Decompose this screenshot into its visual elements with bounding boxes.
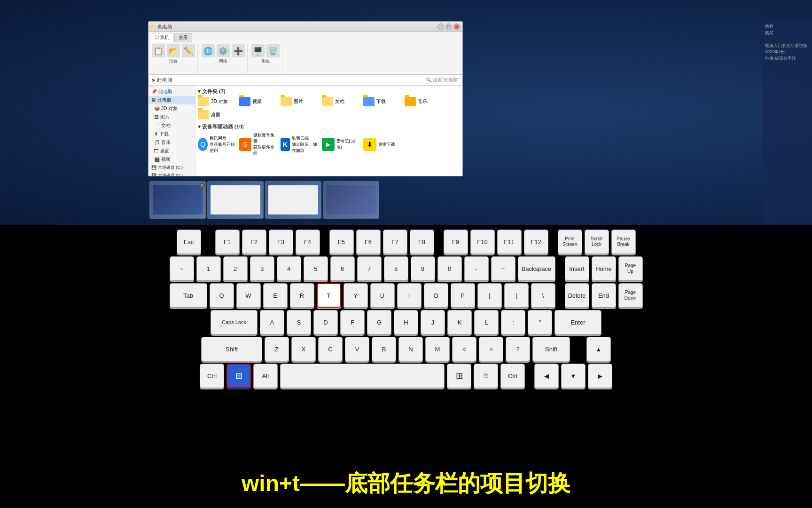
- key-z[interactable]: Z: [265, 337, 289, 361]
- key-h[interactable]: H: [394, 310, 418, 334]
- key-f8[interactable]: F8: [410, 230, 434, 254]
- key-quote[interactable]: ": [528, 310, 552, 334]
- sidebar-item-music[interactable]: 🎵 音乐: [148, 138, 195, 147]
- key-5[interactable]: 5: [304, 256, 328, 281]
- thumbnail-2[interactable]: [207, 181, 264, 219]
- key-d[interactable]: D: [313, 310, 338, 334]
- device-video[interactable]: ▶ 爱奇艺(32位): [322, 132, 359, 157]
- key-menu[interactable]: ☰: [474, 364, 498, 388]
- key-delete[interactable]: Delete: [565, 283, 589, 308]
- key-f[interactable]: F: [340, 310, 365, 334]
- ribbon-tab-computer[interactable]: 计算机: [151, 33, 173, 42]
- sidebar-item-docs[interactable]: 📄 文档: [148, 121, 195, 130]
- key-left[interactable]: ◀: [534, 364, 559, 388]
- key-f4[interactable]: F4: [296, 230, 320, 254]
- uninstall-icon[interactable]: 🗑️: [266, 44, 280, 57]
- key-t[interactable]: T: [317, 283, 341, 308]
- folder-videos[interactable]: 视频: [239, 97, 277, 106]
- key-l[interactable]: L: [474, 310, 499, 334]
- key-rwin[interactable]: ⊞: [447, 364, 471, 388]
- key-f6[interactable]: F6: [356, 230, 381, 254]
- add-icon[interactable]: ➕: [232, 44, 245, 57]
- device-qq[interactable]: Q 腾讯网盘登录账号开始使用: [198, 132, 235, 157]
- minimize-button[interactable]: ─: [437, 24, 444, 30]
- key-m[interactable]: M: [425, 337, 450, 361]
- key-lalt[interactable]: Alt: [253, 364, 278, 388]
- key-backslash[interactable]: \: [531, 283, 555, 308]
- key-up[interactable]: ▲: [586, 337, 611, 361]
- key-f10[interactable]: F10: [470, 230, 495, 254]
- key-down[interactable]: ▼: [561, 364, 586, 388]
- key-tab[interactable]: Tab: [170, 283, 207, 308]
- ribbon-tab-view[interactable]: 查看: [174, 33, 192, 42]
- key-e[interactable]: E: [263, 283, 288, 308]
- key-minus[interactable]: -: [464, 256, 489, 281]
- key-3[interactable]: 3: [250, 256, 274, 281]
- key-capslock[interactable]: Caps Lock: [211, 310, 258, 334]
- sidebar-item-downloads[interactable]: ⬇ 下载: [148, 130, 195, 138]
- sidebar-item-local-c[interactable]: 💾 本地磁盘 (C:): [148, 164, 195, 172]
- key-pagedown[interactable]: PageDown: [618, 283, 643, 308]
- key-f2[interactable]: F2: [242, 230, 266, 254]
- properties-icon[interactable]: 📋: [152, 44, 165, 57]
- key-f9[interactable]: F9: [444, 230, 468, 254]
- key-tilde[interactable]: ~: [170, 256, 194, 281]
- key-r[interactable]: R: [290, 283, 314, 308]
- key-8[interactable]: 8: [384, 256, 408, 281]
- key-space[interactable]: [280, 364, 445, 388]
- key-9[interactable]: 9: [411, 256, 435, 281]
- key-1[interactable]: 1: [196, 256, 221, 281]
- key-b[interactable]: B: [372, 337, 396, 361]
- key-prtsc[interactable]: PrintScreen: [558, 230, 582, 254]
- sidebar-item-this-pc[interactable]: 🖥 此电脑: [148, 96, 195, 104]
- key-n[interactable]: N: [398, 337, 423, 361]
- key-f1[interactable]: F1: [215, 230, 240, 254]
- key-rctrl[interactable]: Ctrl: [500, 364, 525, 388]
- key-w[interactable]: W: [236, 283, 261, 308]
- system-icon[interactable]: 🖥️: [251, 44, 265, 57]
- folder-3d-objects[interactable]: 3D 对象: [198, 97, 235, 106]
- search-box[interactable]: 🔍 搜索"此电脑": [426, 77, 460, 83]
- key-v[interactable]: V: [345, 337, 369, 361]
- key-gt[interactable]: >: [479, 337, 503, 361]
- key-k[interactable]: K: [447, 310, 472, 334]
- key-rshift[interactable]: Shift: [532, 337, 570, 361]
- key-7[interactable]: 7: [357, 256, 382, 281]
- open-icon[interactable]: 📂: [167, 44, 180, 57]
- key-end[interactable]: End: [592, 283, 616, 308]
- address-bar[interactable]: ➤ 此电脑 🔍 搜索"此电脑": [148, 74, 462, 86]
- key-i[interactable]: I: [397, 283, 422, 308]
- key-lwin[interactable]: ⊞: [226, 364, 251, 388]
- key-j[interactable]: J: [421, 310, 445, 334]
- key-g[interactable]: G: [367, 310, 391, 334]
- key-2[interactable]: 2: [223, 256, 248, 281]
- key-question[interactable]: ?: [506, 337, 530, 361]
- key-f12[interactable]: F12: [524, 230, 548, 254]
- key-c[interactable]: C: [318, 337, 343, 361]
- key-f3[interactable]: F3: [269, 230, 293, 254]
- key-x[interactable]: X: [291, 337, 316, 361]
- key-lshift[interactable]: Shift: [201, 337, 262, 361]
- key-f5[interactable]: F5: [329, 230, 354, 254]
- sidebar-item-pictures[interactable]: 🖼 图片: [148, 113, 195, 121]
- key-rbracket[interactable]: ]: [504, 283, 529, 308]
- key-f7[interactable]: F7: [383, 230, 407, 254]
- thumbnail-1[interactable]: ✕: [149, 181, 206, 219]
- key-enter[interactable]: Enter: [554, 310, 601, 334]
- thumb-close-1[interactable]: ✕: [199, 183, 204, 188]
- key-esc[interactable]: Esc: [177, 230, 201, 254]
- sidebar-item-videos[interactable]: 🎬 视频: [148, 155, 195, 164]
- device-store[interactable]: S 微软账号免费获取更多空间: [239, 132, 277, 157]
- key-s[interactable]: S: [287, 310, 311, 334]
- key-home[interactable]: Home: [592, 256, 616, 281]
- folder-docs[interactable]: 文档: [322, 97, 359, 106]
- key-pause[interactable]: PauseBreak: [611, 230, 636, 254]
- key-q[interactable]: Q: [210, 283, 234, 308]
- folder-music[interactable]: 音乐: [405, 97, 442, 106]
- key-u[interactable]: U: [370, 283, 395, 308]
- close-button[interactable]: ✕: [453, 24, 460, 30]
- key-backspace[interactable]: Backspace: [518, 256, 555, 281]
- device-download[interactable]: ⬇ 迅雷下载: [363, 132, 401, 157]
- key-lctrl[interactable]: Ctrl: [200, 364, 224, 388]
- key-a[interactable]: A: [260, 310, 284, 334]
